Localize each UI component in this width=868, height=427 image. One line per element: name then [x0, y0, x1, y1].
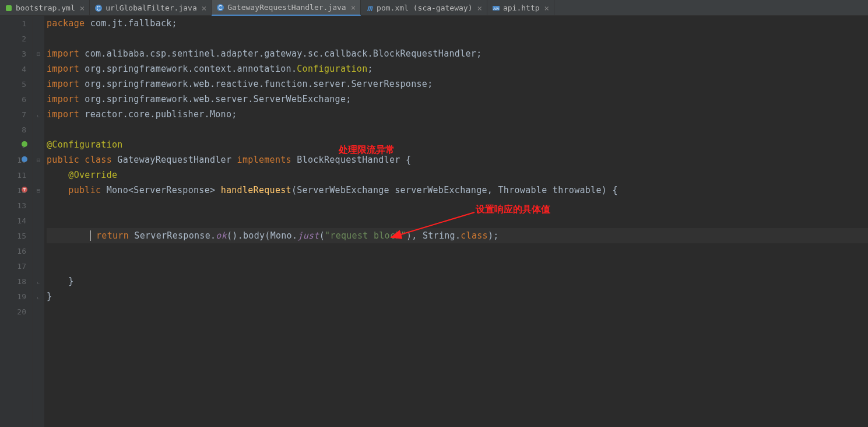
fold-end-icon: ⌞: [37, 293, 41, 300]
fold-gutter: ⊟ ⌞ ⊟ ⊟ ⌞ ⌞: [33, 16, 44, 427]
svg-text:C: C: [219, 5, 223, 11]
close-icon[interactable]: ×: [202, 4, 206, 13]
override-gutter-icon[interactable]: [21, 186, 28, 195]
svg-point-7: [22, 141, 27, 147]
annotation-text-right: 设置响应的具体值: [476, 204, 550, 216]
code-line: import org.springframework.web.server.Se…: [47, 92, 868, 107]
fold-icon[interactable]: ⊟: [37, 156, 41, 164]
line-number: 6: [0, 92, 32, 107]
code-line: import reactor.core.publisher.Mono;: [47, 107, 868, 122]
line-number-gutter: 1 2 3 4 5 6 7 8 9 10 11 12 13 14 15 16 1…: [0, 16, 33, 427]
svg-point-8: [22, 156, 27, 162]
code-line: import org.springframework.web.reactive.…: [47, 76, 868, 92]
line-number: 15: [0, 228, 32, 243]
annotation-text-top: 处理限流异常: [339, 144, 395, 156]
fold-icon[interactable]: ⊟: [37, 50, 41, 58]
implements-gutter-icon[interactable]: [21, 156, 28, 164]
line-number: 10: [0, 152, 32, 167]
line-number: 18: [0, 274, 32, 289]
close-icon[interactable]: ×: [544, 4, 549, 13]
svg-text:C: C: [97, 5, 101, 12]
code-line: [47, 304, 868, 319]
line-number: 11: [0, 167, 32, 183]
line-number: 1: [0, 16, 32, 31]
java-class-icon: C: [216, 4, 224, 12]
line-number: 2: [0, 31, 32, 46]
code-line: [47, 198, 868, 213]
code-line: [47, 213, 868, 228]
fold-icon[interactable]: ⊟: [37, 187, 41, 194]
svg-text:API: API: [493, 7, 499, 10]
line-number: 3: [0, 46, 32, 61]
yml-icon: [5, 4, 13, 12]
code-line: import com.alibaba.csp.sentinel.adapter.…: [47, 46, 868, 61]
tab-api-http[interactable]: API api.http ×: [487, 0, 554, 16]
line-number: 5: [0, 76, 32, 92]
line-number: 4: [0, 61, 32, 76]
code-line: @Configuration: [47, 137, 868, 152]
code-line: [47, 243, 868, 258]
code-line: }: [47, 289, 868, 304]
editor-tabs-bar: bootstrap.yml × C urlGlobalFilter.java ×…: [0, 0, 868, 16]
tab-urlglobalfilter[interactable]: C urlGlobalFilter.java ×: [90, 0, 212, 16]
maven-icon: m: [366, 4, 374, 12]
line-number: 16: [0, 243, 32, 258]
tab-label: GatewayRequestHandler.java: [227, 3, 346, 12]
java-class-icon: C: [94, 4, 103, 12]
fold-end-icon: ⌞: [37, 111, 41, 118]
line-number: 20: [0, 304, 32, 319]
tab-label: bootstrap.yml: [16, 4, 75, 12]
tab-pom[interactable]: m pom.xml (sca-gateway) ×: [361, 0, 487, 16]
line-number: 8: [0, 122, 32, 137]
code-line: package com.jt.fallback;: [47, 16, 868, 31]
code-editor[interactable]: package com.jt.fallback; import com.alib…: [44, 16, 868, 427]
code-line: [47, 31, 868, 46]
line-number: 9: [0, 137, 32, 152]
run-gutter-icon[interactable]: [21, 141, 28, 149]
line-number: 17: [0, 258, 32, 274]
tab-gatewayrequesthandler[interactable]: C GatewayRequestHandler.java ×: [212, 0, 361, 16]
code-line: @Override: [47, 167, 868, 183]
editor-container: 1 2 3 4 5 6 7 8 9 10 11 12 13 14 15 16 1…: [0, 16, 868, 427]
code-line: }: [47, 274, 868, 289]
fold-end-icon: ⌞: [37, 278, 41, 285]
code-line: public class GatewayRequestHandler imple…: [47, 152, 868, 167]
code-line: [47, 258, 868, 274]
line-number: 14: [0, 213, 32, 228]
http-icon: API: [492, 4, 500, 12]
code-line: public Mono<ServerResponse> handleReques…: [47, 183, 868, 198]
line-number: 12: [0, 183, 32, 198]
code-line: [47, 122, 868, 137]
code-line: import org.springframework.context.annot…: [47, 61, 868, 76]
close-icon[interactable]: ×: [80, 4, 85, 13]
line-number: 19: [0, 289, 32, 304]
line-number: 7: [0, 107, 32, 122]
svg-rect-0: [6, 5, 12, 11]
tab-label: api.http: [503, 4, 540, 12]
close-icon[interactable]: ×: [351, 3, 356, 12]
tab-bootstrap[interactable]: bootstrap.yml ×: [0, 0, 90, 16]
close-icon[interactable]: ×: [477, 4, 482, 13]
tab-label: urlGlobalFilter.java: [106, 4, 197, 12]
tab-label: pom.xml (sca-gateway): [377, 4, 472, 12]
line-number: 13: [0, 198, 32, 213]
code-line-current: return ServerResponse.ok().body(Mono.jus…: [47, 228, 868, 243]
